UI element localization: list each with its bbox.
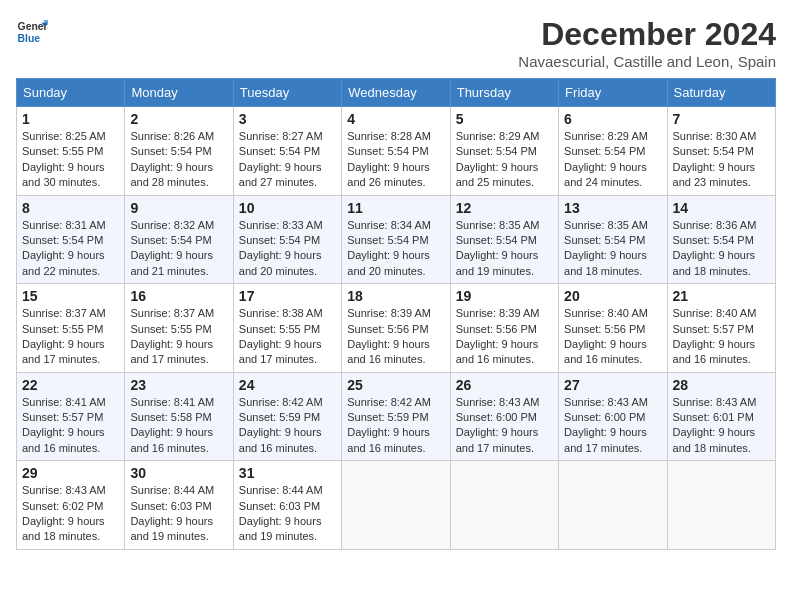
calendar-week-row: 8Sunrise: 8:31 AMSunset: 5:54 PMDaylight… [17,195,776,284]
day-info: Sunrise: 8:35 AMSunset: 5:54 PMDaylight:… [456,218,553,280]
calendar-cell: 14Sunrise: 8:36 AMSunset: 5:54 PMDayligh… [667,195,775,284]
day-info: Sunrise: 8:27 AMSunset: 5:54 PMDaylight:… [239,129,336,191]
day-number: 13 [564,200,661,216]
calendar-cell: 6Sunrise: 8:29 AMSunset: 5:54 PMDaylight… [559,107,667,196]
calendar-cell: 1Sunrise: 8:25 AMSunset: 5:55 PMDaylight… [17,107,125,196]
day-info: Sunrise: 8:32 AMSunset: 5:54 PMDaylight:… [130,218,227,280]
calendar-cell: 23Sunrise: 8:41 AMSunset: 5:58 PMDayligh… [125,372,233,461]
day-number: 17 [239,288,336,304]
calendar-cell: 28Sunrise: 8:43 AMSunset: 6:01 PMDayligh… [667,372,775,461]
calendar-cell: 11Sunrise: 8:34 AMSunset: 5:54 PMDayligh… [342,195,450,284]
day-info: Sunrise: 8:31 AMSunset: 5:54 PMDaylight:… [22,218,119,280]
day-info: Sunrise: 8:26 AMSunset: 5:54 PMDaylight:… [130,129,227,191]
month-title: December 2024 [518,16,776,53]
day-info: Sunrise: 8:38 AMSunset: 5:55 PMDaylight:… [239,306,336,368]
calendar-cell: 18Sunrise: 8:39 AMSunset: 5:56 PMDayligh… [342,284,450,373]
header-saturday: Saturday [667,79,775,107]
day-number: 19 [456,288,553,304]
calendar-cell: 13Sunrise: 8:35 AMSunset: 5:54 PMDayligh… [559,195,667,284]
svg-text:Blue: Blue [18,33,41,44]
day-number: 29 [22,465,119,481]
day-info: Sunrise: 8:43 AMSunset: 6:01 PMDaylight:… [673,395,770,457]
day-number: 11 [347,200,444,216]
calendar-cell: 21Sunrise: 8:40 AMSunset: 5:57 PMDayligh… [667,284,775,373]
header-friday: Friday [559,79,667,107]
day-number: 5 [456,111,553,127]
calendar-cell: 25Sunrise: 8:42 AMSunset: 5:59 PMDayligh… [342,372,450,461]
calendar-cell [667,461,775,550]
calendar-table: Sunday Monday Tuesday Wednesday Thursday… [16,78,776,550]
calendar-cell: 3Sunrise: 8:27 AMSunset: 5:54 PMDaylight… [233,107,341,196]
day-number: 1 [22,111,119,127]
calendar-cell: 9Sunrise: 8:32 AMSunset: 5:54 PMDaylight… [125,195,233,284]
calendar-cell: 22Sunrise: 8:41 AMSunset: 5:57 PMDayligh… [17,372,125,461]
day-number: 20 [564,288,661,304]
calendar-cell: 10Sunrise: 8:33 AMSunset: 5:54 PMDayligh… [233,195,341,284]
day-info: Sunrise: 8:37 AMSunset: 5:55 PMDaylight:… [130,306,227,368]
day-info: Sunrise: 8:43 AMSunset: 6:00 PMDaylight:… [456,395,553,457]
day-number: 30 [130,465,227,481]
day-number: 9 [130,200,227,216]
day-info: Sunrise: 8:29 AMSunset: 5:54 PMDaylight:… [456,129,553,191]
day-info: Sunrise: 8:43 AMSunset: 6:02 PMDaylight:… [22,483,119,545]
day-number: 16 [130,288,227,304]
location-subtitle: Navaescurial, Castille and Leon, Spain [518,53,776,70]
calendar-cell: 24Sunrise: 8:42 AMSunset: 5:59 PMDayligh… [233,372,341,461]
calendar-cell: 15Sunrise: 8:37 AMSunset: 5:55 PMDayligh… [17,284,125,373]
header-monday: Monday [125,79,233,107]
day-info: Sunrise: 8:39 AMSunset: 5:56 PMDaylight:… [456,306,553,368]
day-number: 27 [564,377,661,393]
day-info: Sunrise: 8:37 AMSunset: 5:55 PMDaylight:… [22,306,119,368]
calendar-cell: 12Sunrise: 8:35 AMSunset: 5:54 PMDayligh… [450,195,558,284]
calendar-week-row: 29Sunrise: 8:43 AMSunset: 6:02 PMDayligh… [17,461,776,550]
day-info: Sunrise: 8:30 AMSunset: 5:54 PMDaylight:… [673,129,770,191]
calendar-cell [450,461,558,550]
day-number: 7 [673,111,770,127]
day-number: 22 [22,377,119,393]
day-info: Sunrise: 8:33 AMSunset: 5:54 PMDaylight:… [239,218,336,280]
calendar-week-row: 15Sunrise: 8:37 AMSunset: 5:55 PMDayligh… [17,284,776,373]
calendar-cell: 19Sunrise: 8:39 AMSunset: 5:56 PMDayligh… [450,284,558,373]
header-wednesday: Wednesday [342,79,450,107]
calendar-cell [559,461,667,550]
day-info: Sunrise: 8:42 AMSunset: 5:59 PMDaylight:… [239,395,336,457]
day-info: Sunrise: 8:40 AMSunset: 5:57 PMDaylight:… [673,306,770,368]
day-info: Sunrise: 8:42 AMSunset: 5:59 PMDaylight:… [347,395,444,457]
day-info: Sunrise: 8:43 AMSunset: 6:00 PMDaylight:… [564,395,661,457]
day-info: Sunrise: 8:39 AMSunset: 5:56 PMDaylight:… [347,306,444,368]
calendar-cell: 7Sunrise: 8:30 AMSunset: 5:54 PMDaylight… [667,107,775,196]
day-number: 28 [673,377,770,393]
day-info: Sunrise: 8:34 AMSunset: 5:54 PMDaylight:… [347,218,444,280]
day-number: 24 [239,377,336,393]
day-number: 15 [22,288,119,304]
calendar-cell: 17Sunrise: 8:38 AMSunset: 5:55 PMDayligh… [233,284,341,373]
calendar-cell: 5Sunrise: 8:29 AMSunset: 5:54 PMDaylight… [450,107,558,196]
calendar-week-row: 1Sunrise: 8:25 AMSunset: 5:55 PMDaylight… [17,107,776,196]
day-number: 26 [456,377,553,393]
title-area: December 2024 Navaescurial, Castille and… [518,16,776,70]
calendar-cell: 16Sunrise: 8:37 AMSunset: 5:55 PMDayligh… [125,284,233,373]
day-info: Sunrise: 8:29 AMSunset: 5:54 PMDaylight:… [564,129,661,191]
day-number: 23 [130,377,227,393]
logo: General Blue [16,16,48,48]
day-number: 4 [347,111,444,127]
day-number: 21 [673,288,770,304]
day-info: Sunrise: 8:35 AMSunset: 5:54 PMDaylight:… [564,218,661,280]
calendar-cell: 30Sunrise: 8:44 AMSunset: 6:03 PMDayligh… [125,461,233,550]
calendar-cell: 26Sunrise: 8:43 AMSunset: 6:00 PMDayligh… [450,372,558,461]
calendar-cell: 8Sunrise: 8:31 AMSunset: 5:54 PMDaylight… [17,195,125,284]
day-number: 18 [347,288,444,304]
day-number: 6 [564,111,661,127]
day-number: 14 [673,200,770,216]
header-tuesday: Tuesday [233,79,341,107]
calendar-body: 1Sunrise: 8:25 AMSunset: 5:55 PMDaylight… [17,107,776,550]
day-number: 3 [239,111,336,127]
header-sunday: Sunday [17,79,125,107]
day-number: 12 [456,200,553,216]
calendar-cell: 27Sunrise: 8:43 AMSunset: 6:00 PMDayligh… [559,372,667,461]
header-row: Sunday Monday Tuesday Wednesday Thursday… [17,79,776,107]
calendar-cell: 20Sunrise: 8:40 AMSunset: 5:56 PMDayligh… [559,284,667,373]
day-info: Sunrise: 8:28 AMSunset: 5:54 PMDaylight:… [347,129,444,191]
day-number: 25 [347,377,444,393]
day-number: 8 [22,200,119,216]
